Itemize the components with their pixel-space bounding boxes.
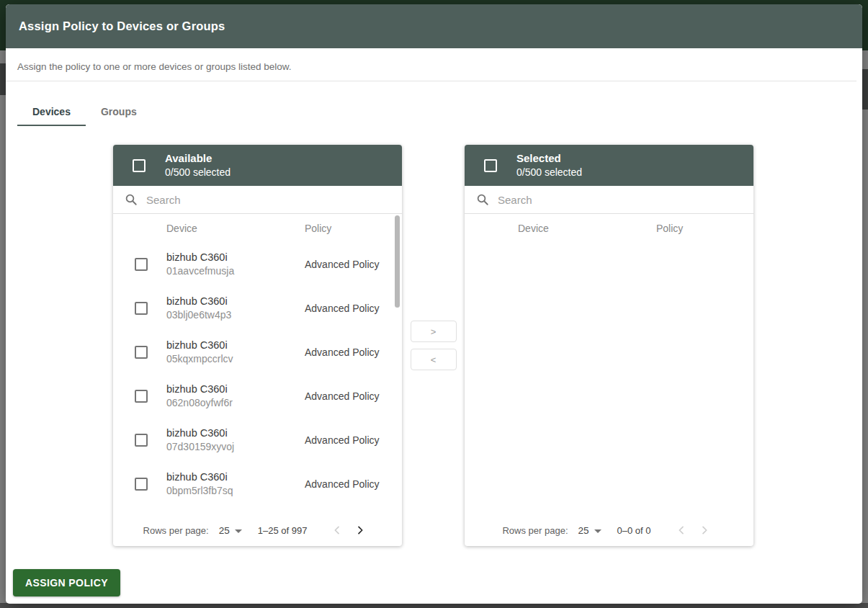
device-name: bizhub C360i [166, 294, 305, 308]
dialog-header: Assign Policy to Devices or Groups [6, 4, 862, 48]
row-checkbox[interactable] [135, 258, 148, 271]
chevron-left-icon [676, 524, 687, 536]
dialog-title: Assign Policy to Devices or Groups [19, 19, 225, 33]
available-panel-title: Available [165, 151, 231, 166]
table-scrollbar-thumb[interactable] [395, 215, 400, 308]
transfer-buttons: > < [402, 145, 465, 546]
device-serial: 03blj0e6tw4p3 [166, 308, 305, 323]
rows-per-page-value: 25 [219, 525, 230, 536]
selected-panel-title: Selected [516, 151, 582, 166]
device-policy: Advanced Policy [305, 259, 380, 270]
rows-per-page-label: Rows per page: [502, 525, 568, 536]
row-checkbox[interactable] [135, 346, 148, 359]
column-header-policy: Policy [305, 223, 331, 234]
column-header-device: Device [166, 223, 305, 234]
search-icon [125, 193, 138, 206]
chevron-right-icon [699, 524, 710, 536]
rows-per-page-value: 25 [578, 525, 589, 536]
available-search-row [113, 186, 402, 214]
table-row[interactable]: bizhub C360i 05kqxmpccrlcv Advanced Poli… [113, 330, 402, 374]
background-page-bottom-strip [0, 603, 868, 608]
column-header-device: Device [518, 223, 656, 234]
next-page-button[interactable] [693, 519, 716, 542]
chevron-left-icon [331, 524, 343, 536]
next-page-button[interactable] [349, 519, 372, 542]
tab-devices[interactable]: Devices [17, 100, 86, 126]
row-checkbox[interactable] [135, 390, 148, 403]
device-name: bizhub C360i [166, 426, 305, 440]
available-table: Device Policy bizhub C360i 01aavcefmusja… [113, 214, 402, 514]
selected-selection-count: 0/500 selected [516, 166, 582, 179]
column-header-policy: Policy [656, 223, 683, 234]
table-row[interactable]: bizhub C360i 03blj0e6tw4p3 Advanced Poli… [113, 286, 402, 330]
selected-search-row [465, 186, 753, 214]
dropdown-caret-icon [235, 529, 242, 533]
rows-per-page-select[interactable]: 25 [578, 525, 601, 536]
select-all-available-checkbox[interactable] [133, 159, 146, 172]
assign-policy-dialog: Assign Policy to Devices or Groups Assig… [6, 4, 862, 604]
available-panel: Available 0/500 selected Device Policy [113, 145, 402, 546]
previous-page-button[interactable] [670, 519, 693, 542]
selected-search-input[interactable] [498, 194, 714, 206]
selected-panel-header: Selected 0/500 selected [465, 145, 753, 186]
row-checkbox[interactable] [135, 478, 148, 491]
rows-per-page-select[interactable]: 25 [219, 525, 242, 536]
device-name: bizhub C360i [166, 338, 305, 352]
search-icon [476, 193, 489, 206]
assign-policy-button[interactable]: ASSIGN POLICY [13, 569, 120, 596]
available-search-input[interactable] [146, 194, 362, 206]
previous-page-button[interactable] [326, 519, 349, 542]
device-policy: Advanced Policy [305, 478, 380, 490]
device-policy: Advanced Policy [305, 347, 380, 358]
device-policy: Advanced Policy [305, 390, 380, 402]
row-checkbox[interactable] [135, 302, 148, 315]
available-table-header: Device Policy [113, 214, 402, 242]
table-row[interactable]: bizhub C360i 07d30159xyvoj Advanced Poli… [113, 418, 402, 462]
table-row[interactable]: bizhub C360i 0bpm5rl3fb7sq Advanced Poli… [113, 462, 402, 506]
device-serial: 07d30159xyvoj [166, 440, 305, 455]
rows-per-page-label: Rows per page: [143, 525, 209, 536]
move-right-button[interactable]: > [411, 321, 457, 342]
tab-bar: Devices Groups [17, 100, 862, 126]
device-name: bizhub C360i [166, 382, 305, 396]
device-policy: Advanced Policy [305, 303, 380, 314]
transfer-list-container: Available 0/500 selected Device Policy [113, 145, 862, 546]
selected-panel: Selected 0/500 selected Device Policy [465, 145, 753, 546]
available-pagination: Rows per page: 25 1–25 of 997 [113, 514, 402, 546]
table-row[interactable]: bizhub C360i 01aavcefmusja Advanced Poli… [113, 242, 402, 286]
pagination-range: 1–25 of 997 [258, 525, 308, 536]
table-row[interactable]: bizhub C360i 062n08oyfwf6r Advanced Poli… [113, 374, 402, 418]
tab-groups[interactable]: Groups [86, 100, 152, 126]
row-checkbox[interactable] [135, 434, 148, 447]
selected-table: Device Policy [465, 214, 753, 514]
select-all-selected-checkbox[interactable] [484, 159, 497, 172]
selected-pagination: Rows per page: 25 0–0 of 0 [465, 514, 753, 546]
chevron-right-icon [354, 524, 366, 536]
device-policy: Advanced Policy [305, 434, 380, 446]
device-serial: 05kqxmpccrlcv [166, 352, 305, 367]
device-serial: 01aavcefmusja [166, 264, 305, 279]
available-selection-count: 0/500 selected [165, 166, 231, 179]
background-page-fragment-right [862, 69, 868, 109]
device-name: bizhub C360i [166, 470, 305, 484]
background-page-fragment-left [0, 63, 6, 95]
dialog-subtitle: Assign the policy to one or more devices… [6, 48, 856, 81]
device-name: bizhub C360i [166, 250, 305, 264]
available-panel-header: Available 0/500 selected [113, 145, 402, 186]
device-serial: 062n08oyfwf6r [166, 396, 305, 411]
move-left-button[interactable]: < [411, 349, 457, 370]
device-serial: 0bpm5rl3fb7sq [166, 484, 305, 499]
selected-table-header: Device Policy [465, 214, 753, 242]
dropdown-caret-icon [594, 529, 601, 533]
pagination-range: 0–0 of 0 [617, 525, 651, 536]
